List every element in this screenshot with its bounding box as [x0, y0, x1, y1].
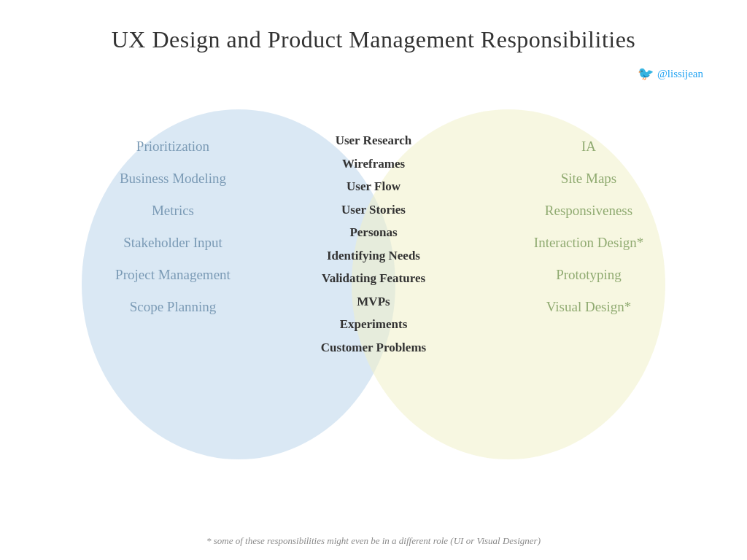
- center-item-5: Identifying Needs: [327, 246, 420, 265]
- center-item-3: User Stories: [341, 201, 406, 219]
- center-item-1: Wireframes: [342, 155, 405, 174]
- twitter-bird-icon: 🐦: [638, 66, 654, 82]
- venn-diagram: PrioritizationBusiness ModelingMetricsSt…: [53, 95, 694, 496]
- center-item-0: User Research: [336, 131, 412, 150]
- right-item-0: IA: [505, 139, 673, 155]
- center-item-8: Experiments: [340, 315, 408, 334]
- right-item-1: Site Maps: [505, 171, 673, 187]
- twitter-username: @lissijean: [657, 68, 703, 80]
- left-circle-items: PrioritizationBusiness ModelingMetricsSt…: [89, 139, 257, 315]
- right-item-3: Interaction Design*: [505, 235, 673, 251]
- left-item-0: Prioritization: [89, 139, 257, 155]
- left-item-5: Scope Planning: [89, 299, 257, 315]
- right-item-4: Prototyping: [505, 267, 673, 283]
- right-circle-items: IASite MapsResponsivenessInteraction Des…: [505, 139, 673, 315]
- left-item-2: Metrics: [89, 203, 257, 219]
- center-item-9: Customer Problems: [321, 338, 426, 357]
- left-item-1: Business Modeling: [89, 171, 257, 187]
- center-item-6: Validating Features: [322, 269, 425, 288]
- center-item-2: User Flow: [347, 177, 400, 196]
- right-item-5: Visual Design*: [505, 299, 673, 315]
- footnote: * some of these responsibilities might e…: [0, 535, 747, 547]
- left-item-4: Project Management: [89, 267, 257, 283]
- left-item-3: Stakeholder Input: [89, 235, 257, 251]
- twitter-handle: 🐦 @lissijean: [638, 66, 703, 82]
- center-item-7: MVPs: [357, 292, 390, 311]
- page-title: UX Design and Product Management Respons…: [0, 0, 747, 53]
- center-item-4: Personas: [349, 223, 397, 242]
- center-items: User ResearchWireframesUser FlowUser Sto…: [293, 131, 454, 357]
- right-item-2: Responsiveness: [505, 203, 673, 219]
